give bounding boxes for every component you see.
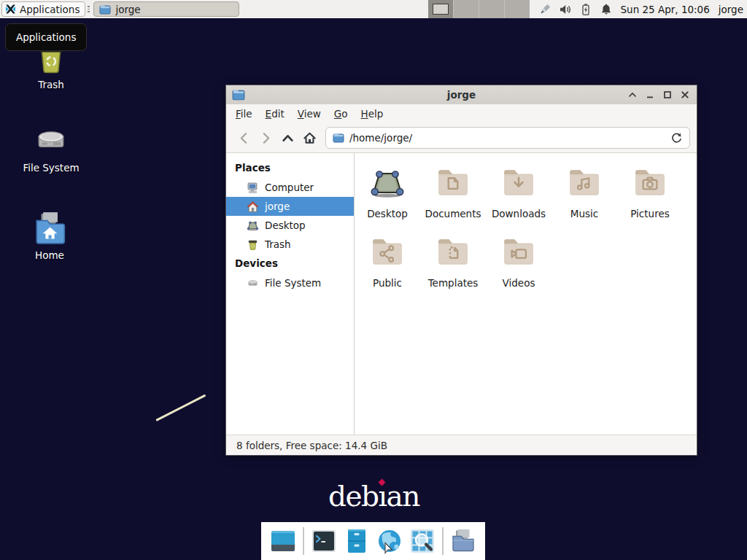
- file-label: Videos: [503, 277, 535, 289]
- folder-icon: [435, 234, 471, 271]
- system-tray: [538, 3, 613, 16]
- workspace-1[interactable]: [428, 0, 454, 18]
- file-label: Templates: [428, 277, 479, 289]
- back-button[interactable]: [233, 127, 255, 149]
- menu-view[interactable]: View: [291, 105, 328, 122]
- minimize-button[interactable]: [643, 89, 656, 101]
- sidebar-item-file-system[interactable]: File System: [226, 273, 354, 292]
- file-documents[interactable]: Documents: [420, 165, 486, 234]
- dock-item-icon: [311, 528, 337, 554]
- folder-icon: [369, 165, 406, 201]
- sidebar-item-trash[interactable]: Trash: [226, 235, 354, 254]
- sidebar-item-label: Computer: [265, 182, 314, 193]
- web-browser-launcher[interactable]: [376, 528, 403, 554]
- close-button[interactable]: [678, 89, 691, 101]
- app-finder-launcher[interactable]: [409, 528, 436, 554]
- home-button[interactable]: [298, 127, 320, 149]
- sidebar-item-label: File System: [265, 277, 321, 289]
- menu-go[interactable]: Go: [328, 105, 355, 122]
- file-public[interactable]: Public: [355, 234, 420, 303]
- debian-wallpaper-logo: debıan: [306, 480, 441, 513]
- sidebar-item-icon: [247, 182, 259, 194]
- maximize-button[interactable]: [661, 89, 673, 101]
- toolbar: /home/jorge/: [226, 123, 697, 153]
- shade-button[interactable]: [626, 89, 638, 101]
- folder-icon: [435, 165, 471, 201]
- statusbar: 8 folders, Free space: 14.4 GiB: [226, 435, 697, 455]
- show-desktop-button[interactable]: [270, 528, 296, 554]
- side-pane: Places Computer jorge Desktop Trash: [226, 153, 355, 435]
- applications-tooltip: Applications: [5, 23, 87, 51]
- forward-button[interactable]: [255, 127, 276, 149]
- sidebar-item-icon: [247, 219, 259, 232]
- tablet-tool-icon[interactable]: [538, 3, 551, 16]
- workspace-pager: [428, 0, 530, 18]
- sidebar-item-computer[interactable]: Computer: [226, 178, 354, 197]
- location-path[interactable]: /home/jorge/: [349, 132, 665, 144]
- file-label: Desktop: [367, 208, 408, 219]
- file-icon-view[interactable]: Desktop Documents Downloads Music: [355, 153, 697, 435]
- terminal-launcher[interactable]: [311, 528, 337, 554]
- xfce-menu-icon: [5, 4, 16, 15]
- sidebar-item-icon: [247, 201, 259, 213]
- panel-clock[interactable]: Sun 25 Apr, 10:06: [621, 4, 710, 15]
- sidebar-item-icon: [247, 238, 259, 251]
- sidebar-item-jorge[interactable]: jorge: [226, 197, 354, 216]
- file-label: Downloads: [492, 208, 546, 219]
- home-folder-icon: [31, 210, 68, 246]
- dock-separator: [303, 527, 304, 555]
- reload-icon[interactable]: [670, 132, 683, 144]
- dock-item-icon: [450, 528, 476, 554]
- dock-item-icon: [409, 528, 436, 554]
- desktop-icon-file-system[interactable]: File System: [15, 122, 88, 174]
- desktop-icon-home[interactable]: Home: [13, 210, 86, 261]
- file-manager-launcher[interactable]: [344, 528, 370, 554]
- file-manager-window: jorge FileEditViewGoHelp /home/jorge/ Pl…: [225, 85, 697, 456]
- devices-list: File System: [226, 273, 354, 292]
- up-button[interactable]: [276, 127, 298, 149]
- location-bar[interactable]: /home/jorge/: [325, 127, 690, 149]
- dock-item-icon: [270, 528, 296, 554]
- panel-handle: [86, 4, 91, 15]
- places-header: Places: [226, 158, 354, 178]
- panel-user-menu[interactable]: jorge: [719, 4, 743, 15]
- menu-edit[interactable]: Edit: [259, 105, 291, 122]
- battery-icon[interactable]: [579, 3, 592, 16]
- dock-separator: [442, 527, 444, 555]
- menu-help[interactable]: Help: [355, 105, 390, 122]
- volume-icon[interactable]: [559, 3, 572, 16]
- window-controls: [626, 89, 691, 101]
- folder-icon: [500, 165, 537, 201]
- sidebar-item-desktop[interactable]: Desktop: [226, 216, 354, 235]
- file-videos[interactable]: Videos: [486, 234, 551, 303]
- file-music[interactable]: Music: [551, 165, 617, 234]
- notifications-bell-icon[interactable]: [600, 3, 613, 16]
- file-templates[interactable]: Templates: [420, 234, 486, 303]
- desktop-line-artifact: [155, 394, 206, 421]
- desktop-icon-label: Home: [13, 249, 86, 261]
- titlebar[interactable]: jorge: [226, 85, 697, 104]
- sidebar-item-label: Trash: [265, 238, 291, 250]
- desktop-icon-label: File System: [15, 162, 88, 174]
- workspace-3[interactable]: [479, 0, 505, 18]
- directory-menu-button[interactable]: [450, 528, 476, 554]
- workspace-2[interactable]: [454, 0, 479, 18]
- file-desktop[interactable]: Desktop: [355, 165, 420, 234]
- top-panel: Applications jorge Sun 25 Apr, 10:06 jor…: [0, 0, 747, 18]
- sidebar-item-icon: [247, 277, 259, 289]
- window-folder-icon: [232, 88, 245, 101]
- applications-menu-label: Applications: [20, 4, 80, 15]
- file-pictures[interactable]: Pictures: [617, 165, 683, 234]
- taskbar-window-button[interactable]: jorge: [93, 1, 239, 17]
- folder-icon: [333, 132, 344, 144]
- places-list: Computer jorge Desktop Trash: [226, 178, 354, 254]
- debian-logo-i: ı: [379, 480, 387, 513]
- workspace-4[interactable]: [505, 0, 530, 18]
- file-label: Pictures: [630, 208, 669, 219]
- applications-menu-button[interactable]: Applications: [1, 1, 85, 17]
- menu-file[interactable]: File: [229, 105, 259, 122]
- file-downloads[interactable]: Downloads: [486, 165, 551, 234]
- menubar: FileEditViewGoHelp: [226, 104, 697, 123]
- folder-icon: [369, 234, 406, 271]
- window-content: Places Computer jorge Desktop Trash: [226, 153, 697, 435]
